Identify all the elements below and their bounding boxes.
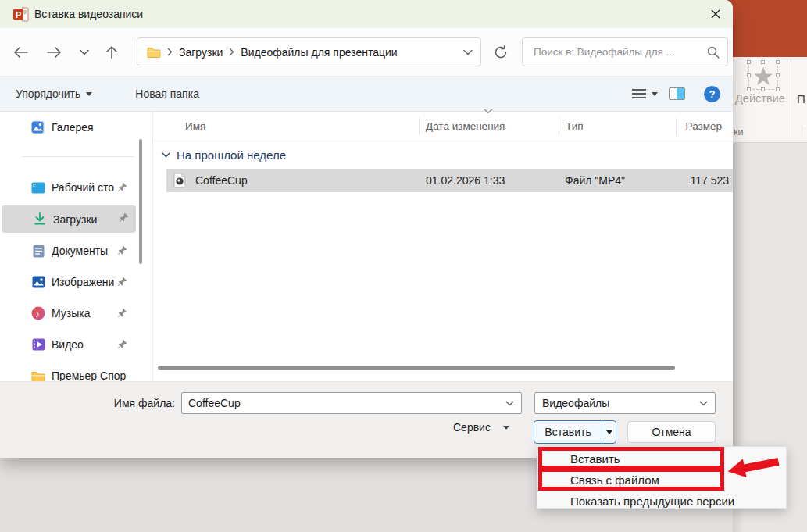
sidebar-item-desktop[interactable]: Рабочий сто	[0, 175, 137, 200]
column-header-date[interactable]: Дата изменения	[426, 120, 505, 132]
desktop-icon	[31, 180, 45, 195]
pictures-icon	[31, 275, 45, 289]
group-header[interactable]: На прошлой неделе	[162, 148, 286, 162]
ribbon-group-fragment: ки	[734, 127, 743, 137]
column-header-size[interactable]: Размер	[686, 120, 722, 132]
pin-icon	[117, 245, 127, 258]
folder-icon	[147, 46, 161, 58]
svg-text:P: P	[16, 10, 21, 20]
file-size: 117 523	[690, 174, 729, 187]
chevron-down-icon[interactable]	[699, 401, 708, 406]
forward-icon[interactable]	[42, 41, 66, 64]
up-icon[interactable]	[100, 41, 123, 64]
refresh-icon[interactable]	[489, 41, 512, 64]
menu-item-show-previous-versions[interactable]: Показать предыдущие версии	[537, 491, 786, 512]
video-file-icon	[173, 173, 186, 188]
new-folder-label: Новая папка	[135, 87, 199, 100]
column-header-type[interactable]: Тип	[566, 120, 584, 132]
sidebar-item-videos[interactable]: Видео	[0, 332, 137, 357]
cancel-button[interactable]: Отмена	[627, 421, 716, 443]
breadcrumb-downloads[interactable]: Загрузки	[179, 46, 223, 59]
sidebar-item-label: Премьер Спор	[52, 370, 126, 382]
column-header-name[interactable]: Имя	[185, 120, 205, 132]
insert-dropdown-menu: Вставить Связь с файлом Показать предыду…	[537, 446, 787, 509]
file-list: Имя Дата изменения Тип Размер На прошлой…	[154, 112, 733, 381]
ribbon-divider	[805, 127, 805, 137]
help-icon: ?	[704, 86, 720, 102]
sidebar-item-label: Галерея	[52, 121, 94, 134]
documents-icon	[31, 244, 45, 258]
column-separator[interactable]	[559, 118, 559, 135]
insert-dropdown-button[interactable]	[602, 421, 616, 443]
breadcrumb-chevron-icon	[167, 48, 173, 56]
search-input[interactable]	[532, 45, 707, 59]
group-collapse-chevron-icon[interactable]	[162, 152, 170, 158]
insert-split-button[interactable]: Вставить	[534, 420, 616, 444]
ribbon-action-button[interactable]: Действие	[735, 92, 791, 105]
horizontal-scrollbar[interactable]	[158, 366, 675, 370]
sidebar-item-gallery[interactable]: Галерея	[0, 115, 137, 140]
filename-combobox[interactable]	[181, 392, 522, 414]
dialog-titlebar: P Вставка видеозаписи	[0, 0, 733, 28]
organize-button[interactable]: Упорядочить	[16, 87, 92, 100]
organize-label: Упорядочить	[16, 87, 80, 100]
sidebar-item-label: Музыка	[52, 307, 91, 320]
header-divider	[154, 141, 733, 141]
column-separator[interactable]	[419, 118, 420, 135]
back-icon[interactable]	[9, 41, 33, 64]
selected-shape-frame	[748, 62, 778, 90]
new-folder-button[interactable]: Новая папка	[135, 87, 199, 100]
tools-button[interactable]: Сервис	[453, 417, 509, 437]
chevron-down-icon[interactable]	[505, 401, 514, 406]
close-icon[interactable]	[705, 5, 726, 23]
screen: Действие П ки P Вставка видеозаписи	[0, 0, 807, 532]
filetype-value: Видеофайлы	[535, 397, 699, 409]
chevron-down-icon	[652, 92, 658, 96]
pin-icon	[117, 277, 127, 289]
column-separator[interactable]	[676, 118, 677, 135]
view-mode-button[interactable]	[632, 88, 658, 99]
powerpoint-ribbon: Действие П ки	[733, 57, 807, 143]
gallery-icon	[31, 120, 45, 134]
tools-label: Сервис	[453, 421, 491, 434]
chevron-down-icon	[86, 92, 92, 96]
navigation-bar: Загрузки Видеофайлы для презентации	[0, 28, 733, 76]
sidebar-item-pictures[interactable]: Изображени	[0, 270, 137, 295]
list-view-icon	[632, 88, 646, 99]
file-date: 01.02.2026 1:33	[426, 174, 505, 187]
search-box[interactable]	[522, 37, 728, 66]
downloads-icon	[33, 212, 47, 227]
breadcrumb-chevron-icon	[229, 48, 234, 56]
insert-button[interactable]: Вставить	[534, 421, 602, 443]
table-row[interactable]: CoffeeCup 01.02.2026 1:33 Файл "MP4" 117…	[166, 169, 733, 192]
dialog-body: Галерея Рабочий сто Загрузк	[0, 112, 733, 381]
sidebar-scrollbar[interactable]	[139, 139, 142, 264]
annotation-rect-link-to-file	[538, 468, 724, 491]
sidebar-item-documents[interactable]: Документы	[0, 238, 137, 263]
chevron-down-icon	[606, 430, 612, 434]
address-dropdown-chevron-icon[interactable]	[463, 49, 473, 55]
sort-chevron-icon	[484, 109, 493, 114]
filetype-combobox[interactable]: Видеофайлы	[534, 392, 716, 414]
command-toolbar: Упорядочить Новая папка ?	[0, 76, 733, 112]
sidebar-item-label: Загрузки	[53, 213, 97, 226]
pin-icon	[117, 339, 127, 352]
preview-pane-icon	[669, 87, 685, 100]
sidebar-item-downloads[interactable]: Загрузки	[2, 205, 136, 233]
dialog-title: Вставка видеозаписи	[34, 0, 143, 28]
filename-input[interactable]	[182, 396, 505, 410]
sidebar-item-music[interactable]: ♪ Музыка	[0, 301, 137, 326]
help-button[interactable]: ?	[704, 86, 720, 102]
file-type: Файл "MP4"	[565, 174, 625, 187]
address-bar[interactable]: Загрузки Видеофайлы для презентации	[137, 37, 481, 66]
videos-icon	[31, 337, 45, 352]
ribbon-tab-fragment: П	[797, 92, 805, 105]
pin-icon	[117, 308, 127, 320]
breadcrumb-current-folder[interactable]: Видеофайлы для презентации	[241, 46, 397, 59]
pin-icon	[117, 182, 127, 195]
insert-video-dialog: P Вставка видеозаписи	[0, 0, 733, 458]
powerpoint-icon: P	[13, 7, 29, 22]
star-icon	[753, 66, 773, 86]
preview-pane-button[interactable]	[669, 87, 685, 100]
recent-locations-chevron-icon[interactable]	[73, 41, 96, 64]
